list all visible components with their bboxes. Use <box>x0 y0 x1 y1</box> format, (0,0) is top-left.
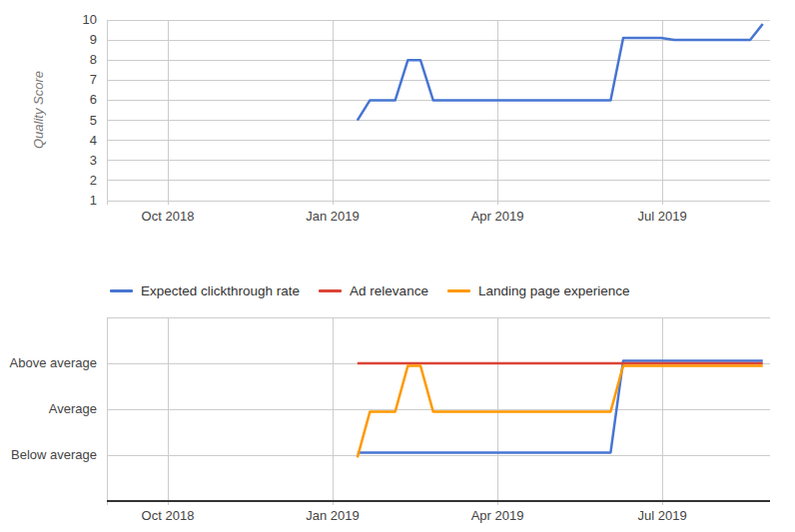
component-rating-chart[interactable] <box>107 317 770 501</box>
legend-line-swatch-icon <box>319 289 342 292</box>
legend-line-swatch-icon <box>110 289 133 292</box>
y-axis-title: Quality Score <box>31 71 46 149</box>
page: 12345678910Oct 2018Jan 2019Apr 2019Jul 2… <box>0 0 795 532</box>
quality-score-chart[interactable] <box>107 20 770 205</box>
legend-label: Landing page experience <box>478 283 630 298</box>
legend-item-expected-clickthrough-rate: Expected clickthrough rate <box>110 283 300 298</box>
legend-label: Expected clickthrough rate <box>141 283 300 298</box>
legend-item-landing-page-experience: Landing page experience <box>447 283 630 298</box>
legend-item-ad-relevance: Ad relevance <box>319 283 428 298</box>
chart-legend: Expected clickthrough rate Ad relevance … <box>110 282 630 298</box>
legend-label: Ad relevance <box>350 283 428 298</box>
legend-line-swatch-icon <box>447 289 470 292</box>
